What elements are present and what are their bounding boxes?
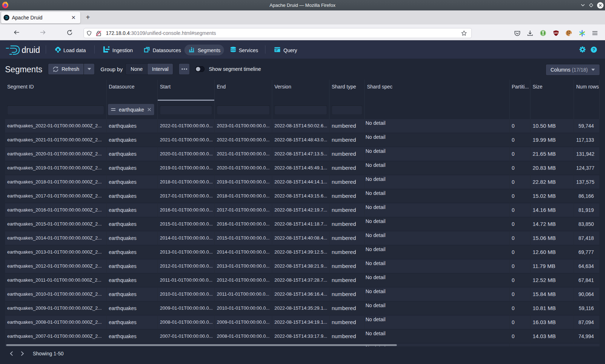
svg-text:?: ? [592, 47, 595, 52]
svg-text:UO: UO [554, 32, 558, 34]
